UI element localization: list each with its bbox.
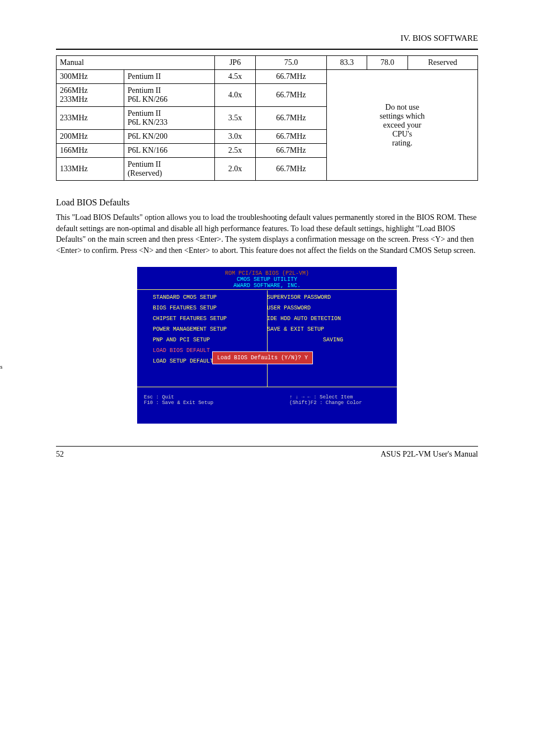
cell-266: 266MHz233MHz [57, 84, 124, 107]
cell-p2c: Pentium IIP6L KN/233 [124, 107, 215, 130]
cell-freq: 66.7MHz [255, 84, 327, 107]
section-title: Load BIOS Defaults [56, 198, 478, 208]
bios-footer-line: Esc : Quit [144, 395, 267, 400]
table-hdr-75: 75.0 [255, 56, 327, 70]
bios-footer-line: (Shift)F2 : Change Color [289, 400, 390, 406]
cell-mul: 3.0x [215, 130, 255, 144]
table-hdr-83: 83.3 [327, 56, 367, 70]
bios-menu-item: SUPERVISOR PASSWORD [267, 294, 381, 300]
cell-133: 133MHz [57, 158, 124, 181]
bios-confirm-dialog: Load BIOS Defaults (Y/N)? Y [212, 351, 313, 364]
cell-freq: 66.7MHz [255, 158, 327, 181]
bios-header: ROM PCI/ISA BIOS (P2L-VM) CMOS SETUP UTI… [137, 267, 397, 289]
cell-mul: 3.5x [215, 107, 255, 130]
cell-freq: 66.7MHz [255, 130, 327, 144]
table-hdr-78: 78.0 [367, 56, 407, 70]
section-body: This "Load BIOS Defaults" option allows … [56, 212, 478, 256]
cell-freq: 66.7MHz [255, 107, 327, 130]
bios-footer-line: ↑ ↓ → ← : Select Item [289, 395, 390, 400]
cell-233: 233MHz [57, 107, 124, 130]
cell-p6b: P6L KN/166 [124, 144, 215, 158]
bios-hdr-line: AWARD SOFTWARE, INC. [137, 283, 397, 289]
table-hdr-jp6: JP6 [215, 56, 255, 70]
footer-title: ASUS P2L-VM User's Manual [381, 450, 478, 459]
bios-menu-item: POWER MANAGEMENT SETUP [153, 326, 267, 332]
bios-menu-item: SAVE & EXIT SETUP [267, 326, 381, 332]
bios-hdr-line: ROM PCI/ISA BIOS (P2L-VM) [137, 270, 397, 276]
bios-menu-item: STANDARD CMOS SETUP [153, 294, 267, 300]
bios-screenshot: ROM PCI/ISA BIOS (P2L-VM) CMOS SETUP UTI… [137, 267, 397, 424]
cell-200: 200MHz [57, 130, 124, 144]
bios-menu-item: SAVING [267, 337, 381, 343]
cell-warning: Do not usesettings whichexceed yourCPU's… [327, 70, 478, 181]
page-footer: 52 ASUS P2L-VM User's Manual [56, 446, 478, 459]
cpu-table: Manual JP6 75.0 83.3 78.0 Reserved 300MH… [56, 55, 478, 181]
side-tab-line2: Load Defaults [0, 363, 7, 370]
header-rule [56, 49, 478, 50]
bios-menu-item: BIOS FEATURES SETUP [153, 305, 267, 311]
cell-mul: 2.5x [215, 144, 255, 158]
cell-p2: Pentium II [124, 70, 215, 84]
cell-freq: 66.7MHz [255, 144, 327, 158]
page-header: IV. BIOS SOFTWARE [56, 34, 478, 43]
bios-menu-item: USER PASSWORD [267, 305, 381, 311]
side-tab-line1: IV. BIOS [0, 356, 7, 363]
cell-p6: P6L KN/200 [124, 130, 215, 144]
bios-menu-item: CHIPSET FEATURES SETUP [153, 316, 267, 322]
cell-mul: 4.5x [215, 70, 255, 84]
cell-mul: 2.0x [215, 158, 255, 181]
cell-freq: 66.7MHz [255, 70, 327, 84]
cell-166: 166MHz [57, 144, 124, 158]
cell-300: 300MHz [57, 70, 124, 84]
cell-p2res: Pentium II(Reserved) [124, 158, 215, 181]
table-hdr-res: Reserved [407, 56, 477, 70]
bios-menu-item: PNP AND PCI SETUP [153, 337, 267, 343]
page-number: 52 [56, 450, 64, 459]
cell-mul: 4.0x [215, 84, 255, 107]
bios-footer-line: F10 : Save & Exit Setup [144, 400, 267, 406]
side-tab: IV. BIOS Load Defaults [0, 347, 7, 391]
bios-hdr-line: CMOS SETUP UTILITY [137, 276, 397, 283]
bios-menu-item: IDE HDD AUTO DETECTION [267, 316, 381, 322]
cell-p2b: Pentium IIP6L KN/266 [124, 84, 215, 107]
table-hdr-manual: Manual [57, 56, 215, 70]
bios-footer: Esc : Quit F10 : Save & Exit Setup ↑ ↓ →… [144, 395, 390, 406]
